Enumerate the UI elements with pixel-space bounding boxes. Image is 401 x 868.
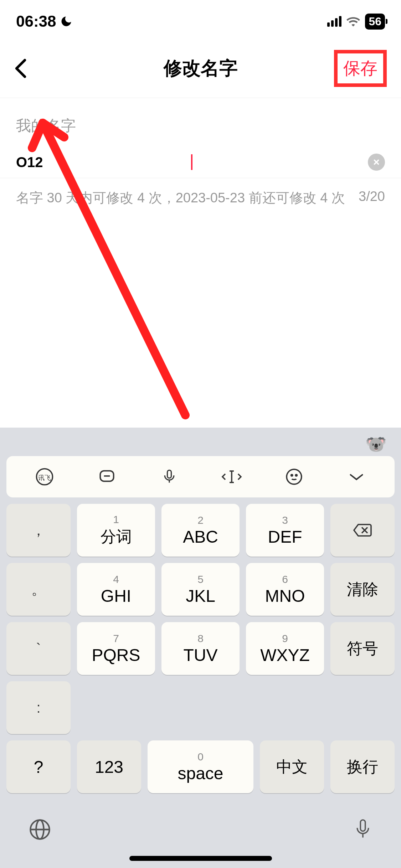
key-5-jkl[interactable]: 5JKL <box>161 563 240 616</box>
key-3-def[interactable]: 3DEF <box>246 504 324 557</box>
keyboard-toolbar: 讯飞 <box>6 456 395 497</box>
key-symbol[interactable]: 符号 <box>330 622 395 675</box>
wifi-icon <box>346 16 360 27</box>
status-time: 06:38 <box>16 12 56 30</box>
home-indicator[interactable] <box>129 856 272 861</box>
key-7-pqrs[interactable]: 7PQRS <box>77 622 155 675</box>
key-clear[interactable]: 清除 <box>330 563 395 616</box>
page-title: 修改名字 <box>164 56 238 81</box>
key-2-abc[interactable]: 2ABC <box>161 504 240 557</box>
key-question[interactable]: ? <box>6 740 71 793</box>
key-newline[interactable]: 换行 <box>330 740 395 793</box>
globe-icon[interactable] <box>29 818 51 841</box>
key-backspace[interactable] <box>330 504 395 557</box>
key-8-tuv[interactable]: 8TUV <box>161 622 240 675</box>
key-colon[interactable]: : <box>6 681 71 734</box>
chat-icon[interactable] <box>96 466 118 487</box>
svg-point-10 <box>291 475 292 476</box>
key-backtick[interactable]: ` <box>6 622 71 675</box>
key-9-wxyz[interactable]: 9WXYZ <box>246 622 324 675</box>
name-input-row[interactable]: O12 <box>0 146 401 178</box>
char-counter: 3/20 <box>359 189 385 207</box>
status-bar: 06:38 56 <box>0 0 401 39</box>
key-1-segment[interactable]: 1分词 <box>77 504 155 557</box>
svg-text:讯飞: 讯飞 <box>38 474 51 481</box>
signal-icon <box>327 16 341 27</box>
keyboard-avatar-icon[interactable]: 🐨 <box>365 434 387 454</box>
ifly-icon[interactable]: 讯飞 <box>34 466 55 487</box>
key-6-mno[interactable]: 6MNO <box>246 563 324 616</box>
collapse-keyboard-icon[interactable] <box>346 466 367 487</box>
key-space[interactable]: 0space <box>148 740 253 793</box>
battery-indicator: 56 <box>365 14 385 30</box>
cursor-move-icon[interactable] <box>221 466 242 487</box>
back-icon[interactable] <box>14 58 27 78</box>
name-input[interactable]: O12 <box>16 154 192 170</box>
svg-point-9 <box>287 469 302 484</box>
key-4-ghi[interactable]: 4GHI <box>77 563 155 616</box>
emoji-icon[interactable] <box>283 466 305 487</box>
svg-rect-5 <box>168 470 171 478</box>
nav-bar: 修改名字 保存 <box>0 39 401 98</box>
keyboard: 🐨 讯飞 ， 。 ` : 1分词 2ABC 3DEF <box>0 428 401 868</box>
microphone-icon[interactable] <box>159 466 180 487</box>
svg-point-11 <box>295 475 297 476</box>
clear-input-button[interactable] <box>368 154 385 171</box>
save-button[interactable]: 保存 <box>334 50 387 87</box>
text-cursor <box>191 154 192 170</box>
section-label: 我的名字 <box>0 98 401 146</box>
key-chinese[interactable]: 中文 <box>260 740 324 793</box>
key-period[interactable]: 。 <box>6 563 71 616</box>
svg-rect-15 <box>360 820 365 831</box>
hint-text: 名字 30 天内可修改 4 次，2023-05-23 前还可修改 4 次 <box>16 189 345 207</box>
moon-icon <box>60 15 73 28</box>
key-comma[interactable]: ， <box>6 504 71 557</box>
dictation-icon[interactable] <box>353 817 372 842</box>
key-123[interactable]: 123 <box>77 740 141 793</box>
